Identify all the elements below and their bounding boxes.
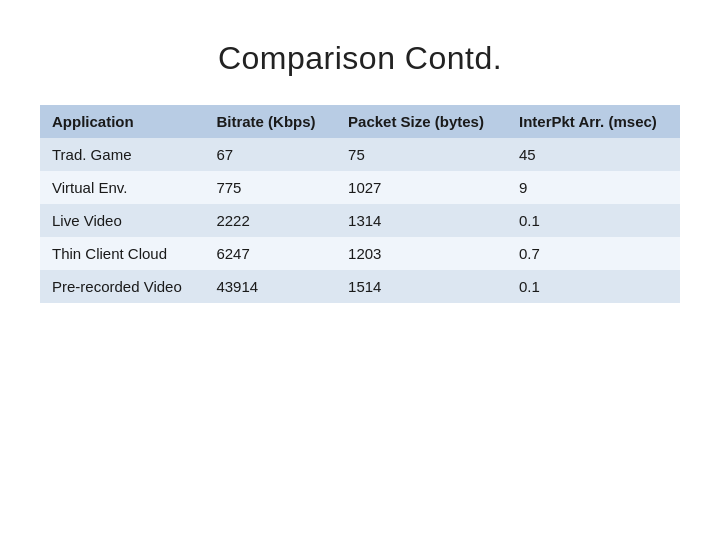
header-cell: Bitrate (Kbps) [204,105,336,138]
table-cell: 775 [204,171,336,204]
table-body: Trad. Game677545Virtual Env.77510279Live… [40,138,680,303]
table-cell: Trad. Game [40,138,204,171]
table-row: Pre-recorded Video4391415140.1 [40,270,680,303]
table-cell: Live Video [40,204,204,237]
table-cell: 0.1 [507,270,680,303]
table-row: Live Video222213140.1 [40,204,680,237]
table-cell: 6247 [204,237,336,270]
header-cell: Packet Size (bytes) [336,105,507,138]
comparison-table: ApplicationBitrate (Kbps)Packet Size (by… [40,105,680,303]
table-row: Virtual Env.77510279 [40,171,680,204]
table-header: ApplicationBitrate (Kbps)Packet Size (by… [40,105,680,138]
table-cell: 0.7 [507,237,680,270]
table-cell: 1314 [336,204,507,237]
table-cell: 1027 [336,171,507,204]
table-cell: Pre-recorded Video [40,270,204,303]
page-title: Comparison Contd. [218,40,502,77]
header-cell: InterPkt Arr. (msec) [507,105,680,138]
table-cell: 0.1 [507,204,680,237]
table-cell: 45 [507,138,680,171]
table-cell: Virtual Env. [40,171,204,204]
table-cell: 67 [204,138,336,171]
table-cell: 75 [336,138,507,171]
table-cell: 43914 [204,270,336,303]
header-cell: Application [40,105,204,138]
table-cell: 9 [507,171,680,204]
header-row: ApplicationBitrate (Kbps)Packet Size (by… [40,105,680,138]
table-wrapper: ApplicationBitrate (Kbps)Packet Size (by… [40,105,680,303]
table-cell: Thin Client Cloud [40,237,204,270]
table-row: Trad. Game677545 [40,138,680,171]
table-cell: 2222 [204,204,336,237]
table-row: Thin Client Cloud624712030.7 [40,237,680,270]
table-cell: 1514 [336,270,507,303]
table-cell: 1203 [336,237,507,270]
